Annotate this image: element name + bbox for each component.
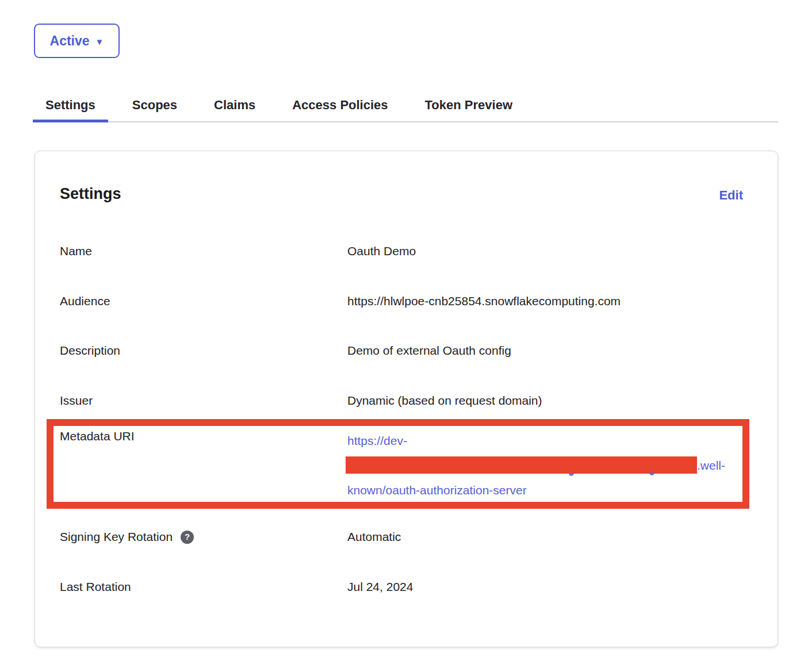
field-value: Demo of external Oauth config (347, 343, 511, 359)
field-value: https://hlwlpoe-cnb25854.snowflakecomput… (347, 293, 621, 309)
tab-label: Token Preview (425, 98, 512, 113)
edit-button[interactable]: Edit (719, 188, 743, 203)
active-status-dropdown[interactable]: Active ▼ (34, 24, 120, 58)
tab-label: Scopes (132, 98, 177, 113)
metadata-uri-line1: https://dev- (347, 434, 407, 447)
field-value: Jul 24, 2024 (347, 579, 413, 595)
tab-claims[interactable]: Claims (201, 91, 268, 122)
tab-label: Access Policies (292, 98, 388, 113)
field-row-name: Name Oauth Demo (60, 243, 753, 259)
field-label: Metadata URI (60, 428, 347, 444)
metadata-uri-line3: known/oauth-authorization-server (347, 483, 527, 497)
field-value: Dynamic (based on request domain) (347, 393, 542, 409)
field-value: https://dev- .well- known/oauth-authoriz… (347, 428, 725, 502)
field-row-last-rotation: Last Rotation Jul 24, 2024 (60, 579, 753, 595)
metadata-uri-line2-suffix: .well- (697, 459, 725, 472)
field-label: Signing Key Rotation ? (60, 529, 347, 545)
tab-token-preview[interactable]: Token Preview (412, 91, 525, 122)
tab-access-policies[interactable]: Access Policies (279, 91, 400, 122)
metadata-uri-link[interactable]: https://dev- .well- known/oauth-authoriz… (347, 428, 725, 502)
field-row-description: Description Demo of external Oauth confi… (60, 343, 753, 359)
tabs-nav: Settings Scopes Claims Access Policies T… (33, 91, 778, 122)
help-icon[interactable]: ? (181, 531, 194, 544)
field-row-metadata-uri: Metadata URI https://dev- .well- known/o… (60, 428, 753, 502)
tab-label: Settings (45, 98, 95, 113)
field-label: Audience (60, 293, 347, 309)
tab-settings[interactable]: Settings (33, 91, 108, 122)
field-label-text: Signing Key Rotation (60, 529, 173, 545)
field-label: Last Rotation (60, 579, 347, 595)
field-value: Oauth Demo (347, 243, 416, 259)
field-value: Automatic (347, 529, 401, 545)
tab-scopes[interactable]: Scopes (120, 91, 190, 122)
field-row-signing-key-rotation: Signing Key Rotation ? Automatic (60, 529, 753, 545)
field-label: Issuer (60, 393, 347, 409)
tab-label: Claims (214, 98, 255, 113)
status-label: Active (50, 33, 90, 49)
settings-card: Settings Edit Name Oauth Demo Audience h… (35, 151, 778, 647)
field-row-audience: Audience https://hlwlpoe-cnb25854.snowfl… (60, 293, 753, 309)
tab-bar: Settings Scopes Claims Access Policies T… (33, 91, 778, 122)
card-title: Settings (60, 185, 121, 203)
field-row-issuer: Issuer Dynamic (based on request domain) (60, 393, 753, 409)
field-label: Description (60, 343, 347, 359)
chevron-down-icon: ▼ (95, 37, 104, 47)
redaction-bar (346, 456, 697, 474)
field-label: Name (60, 243, 347, 259)
